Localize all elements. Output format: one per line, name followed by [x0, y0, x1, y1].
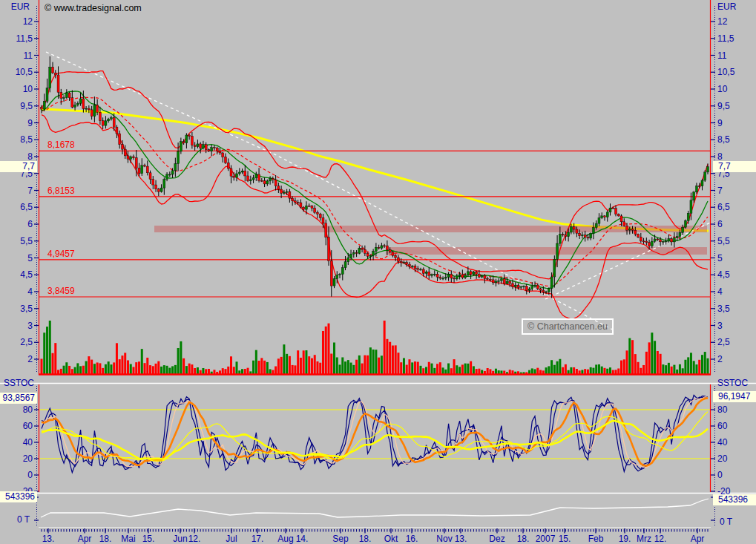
price-axis-label-left: 6,5 — [0, 202, 33, 212]
stochastic-axis-label-left: 20 — [0, 453, 33, 464]
date-axis-label: 13. — [42, 534, 55, 544]
date-axis-label: Aug — [277, 534, 293, 544]
date-axis-label: 16. — [406, 534, 418, 544]
sstoc-title-right: SSTOC — [717, 378, 748, 388]
price-level-label: 3,8459 — [47, 286, 75, 296]
price-axis-label-right: 8,5 — [717, 134, 730, 145]
copyright-text: © www.tradesignal.com — [45, 3, 142, 13]
stochastic-axis-label-left: 40 — [0, 437, 33, 448]
price-axis-label-left: 9 — [0, 118, 33, 128]
price-axis-label-left: 5 — [0, 253, 33, 263]
price-axis-label-right: 6 — [717, 219, 723, 229]
price-axis-label-left: 3 — [0, 321, 33, 331]
price-axis-label-right: 11 — [717, 50, 726, 61]
date-axis-label: Apr — [691, 534, 705, 544]
price-axis-label-left: 3,5 — [0, 304, 33, 314]
chart-canvas — [0, 0, 756, 544]
date-axis-label: 13. — [455, 534, 467, 544]
volume-value-marker-right: 543396 — [713, 494, 756, 505]
price-axis-label-left: 4,5 — [0, 269, 33, 280]
stochastic-slow-line — [42, 398, 708, 465]
price-axis-label-left: 7 — [0, 186, 33, 196]
date-axis-label: Jul — [226, 534, 237, 544]
price-axis-label-right: 8 — [717, 151, 723, 162]
price-axis-label-right: 2 — [717, 354, 723, 364]
price-axis-label-left: 5,5 — [0, 236, 33, 246]
stochastic-axis-label-right: 20 — [717, 453, 727, 464]
price-axis-unit-left: EUR — [0, 1, 30, 12]
stochastic-panel — [42, 396, 708, 473]
stochastic-axis-label-right: 60 — [717, 421, 727, 431]
bollinger-middle-dashed-line — [42, 97, 708, 286]
date-axis-label: 15. — [559, 534, 571, 544]
price-axis-label-left: 11 — [0, 50, 33, 61]
volume-line-panel — [41, 499, 709, 517]
date-axis-label: 14. — [296, 534, 309, 544]
stochastic-axis-label-left: 80 — [0, 404, 33, 415]
date-axis-label: 2007 — [536, 534, 556, 544]
price-axis-label-right: 2,5 — [717, 337, 730, 347]
current-price-marker-right: 7,7 — [713, 161, 756, 172]
price-axis-label-left: 12 — [0, 16, 33, 27]
date-axis-label: 18. — [99, 534, 112, 544]
volume-value-marker-left: 543396 — [0, 491, 37, 502]
date-axis-label: Apr — [78, 534, 92, 544]
price-axis-label-left: 4 — [0, 286, 33, 297]
price-level-label: 4,9457 — [47, 249, 75, 259]
price-axis-label-left: 8 — [0, 151, 33, 162]
date-axis-label: Mai — [121, 534, 135, 544]
date-axis-label: 18. — [517, 534, 530, 544]
volume-zero-label-right: 0 T — [720, 517, 732, 527]
price-axis-label-left: 2 — [0, 354, 33, 364]
trading-chart-window: { "branding": { "copyright": "© www.trad… — [0, 0, 756, 544]
date-axis-label: Dez — [489, 534, 504, 544]
date-axis-label: 18. — [359, 534, 372, 544]
date-axis-label: 17. — [252, 534, 264, 544]
price-axis-label-right: 10,5 — [717, 67, 734, 77]
price-axis-label-right: 7 — [717, 186, 723, 196]
sstoc-value-marker-right: 96,1947 — [713, 391, 756, 402]
date-axis-label: 15. — [142, 534, 155, 544]
price-axis-label-left: 6 — [0, 219, 33, 229]
date-axis-label: Feb — [588, 534, 604, 544]
sstoc-title-left: SSTOC — [0, 378, 34, 388]
date-axis-label: 12. — [654, 534, 667, 544]
price-axis-label-right: 4,5 — [717, 269, 730, 280]
price-axis-label-right: 5,5 — [717, 236, 730, 246]
price-axis-label-right: 3,5 — [717, 304, 730, 314]
price-axis-label-left: 10,5 — [0, 67, 33, 77]
price-axis-label-left: 9,5 — [0, 101, 33, 111]
ma-green-line — [42, 91, 708, 289]
watermark-box: © Chartchancen.eu — [522, 318, 614, 335]
current-price-marker-left: 7,7 — [0, 161, 37, 172]
price-axis-label-right: 10 — [717, 84, 727, 94]
price-axis-label-right: 3 — [717, 321, 723, 331]
date-axis-label: Nov — [436, 534, 452, 544]
stochastic-axis-label-right: 80 — [717, 404, 727, 415]
price-level-label: 6,8153 — [47, 186, 75, 196]
price-axis-unit-right: EUR — [717, 1, 736, 12]
stochastic-axis-label-right: 40 — [717, 437, 727, 448]
date-axis-label: Mrz — [637, 534, 651, 544]
sstoc-value-marker-left: 93,8567 — [0, 393, 37, 404]
price-axis-label-left: 10 — [0, 84, 33, 94]
price-axis-label-right: 12 — [717, 16, 727, 27]
price-axis-label-left: 2,5 — [0, 337, 33, 347]
date-axis-label: Okt — [384, 534, 398, 544]
price-axis-label-right: 6,5 — [717, 202, 730, 212]
stochastic-slow-signal-line — [42, 397, 708, 468]
price-axis-label-right: 9 — [717, 118, 723, 128]
date-axis-label: 19. — [619, 534, 631, 544]
price-level-label: 8,1678 — [47, 140, 75, 150]
date-axis-label: 12. — [188, 534, 201, 544]
stochastic-axis-label-left: 0 — [0, 470, 33, 480]
volume-zero-label-left: 0 T — [0, 514, 30, 525]
stochastic-smoothed-thick-line — [42, 421, 708, 459]
price-axis-label-right: 4 — [717, 286, 723, 297]
price-axis-label-right: 5 — [717, 253, 723, 263]
date-axis-label: Sep — [332, 534, 348, 544]
price-axis-label-left: 8,5 — [0, 134, 33, 145]
volume-line — [41, 499, 709, 517]
price-axis-label-left: 11,5 — [0, 33, 33, 44]
stochastic-axis-label-left: 60 — [0, 421, 33, 431]
